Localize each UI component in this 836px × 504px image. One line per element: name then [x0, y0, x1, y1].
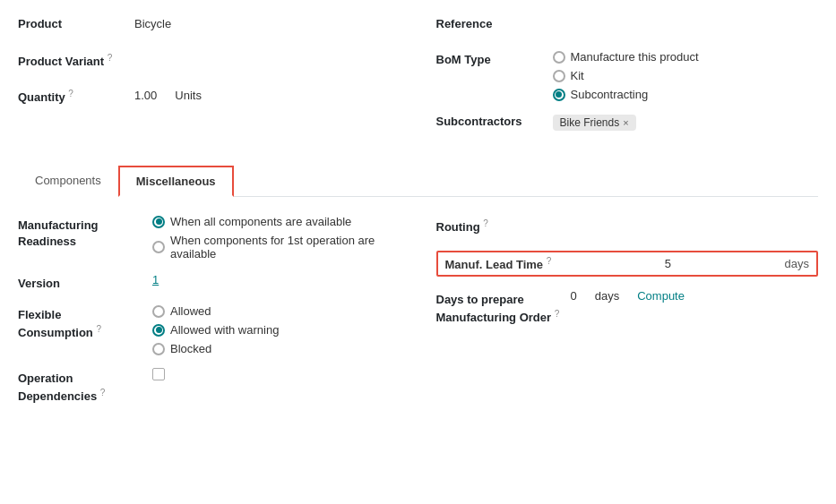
version-value[interactable]: 1	[152, 273, 401, 286]
manuf-lead-time-value[interactable]: 5	[558, 257, 777, 270]
flexible-blocked[interactable]: Blocked	[152, 342, 401, 355]
subcontractors-label: Subcontractors	[436, 112, 553, 128]
product-label: Product	[18, 14, 134, 30]
flexible-allowed[interactable]: Allowed	[152, 304, 401, 318]
bom-option-kit[interactable]: Kit	[553, 69, 699, 82]
days-prepare-value[interactable]: 0	[571, 289, 577, 303]
operation-dependencies-checkbox[interactable]	[152, 368, 165, 380]
tabs-bar: Components Miscellaneous	[18, 166, 818, 197]
readiness-all-radio	[152, 216, 165, 228]
tab-miscellaneous[interactable]: Miscellaneous	[118, 166, 234, 197]
tab-components[interactable]: Components	[18, 166, 118, 197]
readiness-first[interactable]: When components for 1st operation areava…	[152, 234, 401, 261]
product-value: Bicycle	[134, 14, 171, 30]
bom-type-label: BoM Type	[436, 50, 553, 66]
operation-dependencies-value	[152, 368, 401, 380]
days-prepare-unit: days	[595, 289, 619, 303]
subcontractors-tag-label: Bike Friends	[560, 116, 620, 129]
flexible-allowed-warning-radio	[152, 324, 165, 337]
flexible-allowed-radio	[152, 305, 165, 318]
days-prepare-row: 0 days Compute	[571, 289, 819, 303]
days-prepare-label: Days to prepareManufacturing Order ?	[436, 289, 571, 327]
subcontractors-tag-close[interactable]: ×	[623, 117, 628, 128]
subcontractors-tag[interactable]: Bike Friends ×	[553, 115, 636, 131]
quantity-unit: Units	[175, 89, 202, 102]
quantity-label: Quantity ?	[18, 86, 134, 104]
bom-radio-manufacture	[553, 51, 565, 64]
bom-radio-subcontracting	[553, 89, 565, 101]
routing-label: Routing ?	[436, 215, 571, 236]
product-variant-label: Product Variant ?	[18, 50, 134, 68]
compute-link[interactable]: Compute	[637, 289, 685, 303]
quantity-row: 1.00 Units	[134, 86, 202, 102]
operation-dependencies-label: OperationDependencies ?	[18, 368, 152, 406]
readiness-all[interactable]: When all components are available	[152, 215, 401, 228]
manuf-lead-time-box: Manuf. Lead Time ? 5 days	[436, 251, 819, 277]
readiness-options: When all components are available When c…	[152, 215, 401, 261]
subcontractors-value: Bike Friends ×	[553, 112, 636, 131]
bom-radio-kit	[553, 70, 565, 82]
bom-option-manufacture[interactable]: Manufacture this product	[553, 50, 699, 64]
manufacturing-readiness-label: ManufacturingReadiness	[18, 215, 152, 250]
manuf-lead-time-label: Manuf. Lead Time ?	[445, 256, 552, 271]
quantity-value[interactable]: 1.00	[134, 89, 157, 102]
flexible-consumption-label: FlexibleConsumption ?	[18, 304, 152, 342]
version-label: Version	[18, 273, 152, 292]
flexible-options: Allowed Allowed with warning Blocked	[152, 304, 401, 355]
flexible-allowed-warning[interactable]: Allowed with warning	[152, 323, 401, 337]
bom-option-subcontracting[interactable]: Subcontracting	[553, 88, 699, 101]
bom-type-options: Manufacture this product Kit Subcontract…	[553, 50, 699, 101]
reference-label: Reference	[436, 14, 553, 30]
flexible-blocked-radio	[152, 343, 165, 355]
readiness-first-radio	[152, 241, 165, 253]
manuf-lead-time-unit: days	[785, 257, 809, 270]
